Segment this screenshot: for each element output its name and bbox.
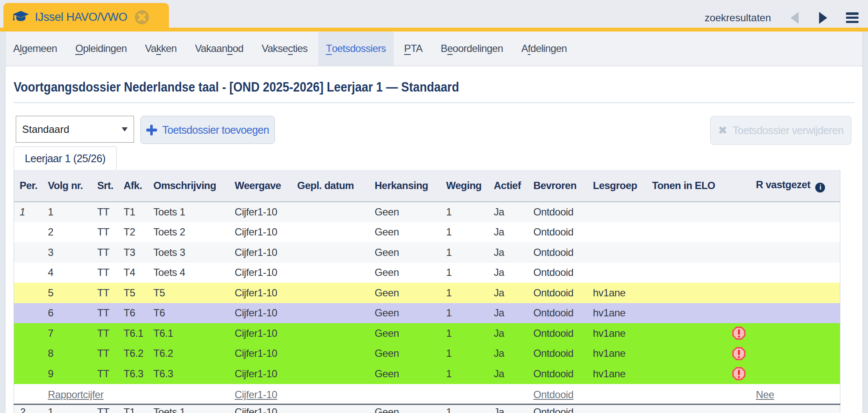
cell-weging	[441, 384, 488, 404]
table-row[interactable]: 4TTT4Toets 4Cijfer1-10Geen1JaOntdooid	[14, 263, 840, 283]
table-row[interactable]: 8TTT6.2T6.2Cijfer1-10Geen1JaOntdooidhv1a…	[14, 344, 840, 364]
table-row[interactable]: 11TTT1Toets 1Cijfer1-10Geen1JaOntdooid	[14, 202, 840, 222]
cell-volg: 4	[43, 263, 92, 283]
previous-result-icon[interactable]	[791, 12, 799, 24]
cell-lesgroep	[588, 404, 647, 413]
warning-icon[interactable]	[732, 327, 745, 340]
cell-afk: T2	[118, 222, 148, 243]
dossier-select-value: Standaard	[22, 123, 69, 135]
cell-elo	[647, 222, 727, 243]
cell-bevroren: Ontdooid	[528, 323, 588, 344]
nav-item-algemeen[interactable]: Algemeen	[6, 32, 65, 66]
cell-gepl	[292, 344, 369, 364]
cell-weergave: Cijfer1-10	[229, 303, 292, 324]
cell-afk: T6.2	[118, 344, 148, 364]
main-content: Voortgangsdossier Nederlandse taal - [ON…	[6, 79, 862, 413]
nav-item-beoordelingen[interactable]: Beoordelingen	[433, 32, 511, 66]
cell-weging: 1	[441, 242, 488, 263]
dossier-select[interactable]: Standaard	[16, 116, 134, 143]
table-row[interactable]: 7TTT6.1T6.1Cijfer1-10Geen1JaOntdooidhv1a…	[14, 323, 840, 344]
table-row-rapportcijfer[interactable]: RapportcijferCijfer1-10OntdooidNee	[14, 384, 840, 404]
controls-row: Standaard Toetsdossier toevoegen ✖ Toets…	[14, 116, 854, 144]
school-tab[interactable]: IJssel HAVO/VWO	[3, 3, 169, 32]
cell-lesgroep: hv1ane	[588, 283, 647, 303]
cell-warn	[727, 364, 751, 384]
cell-weging: 1	[441, 344, 488, 364]
next-result-icon[interactable]	[819, 12, 827, 24]
info-icon[interactable]: i	[815, 183, 825, 192]
cell-elo	[647, 303, 727, 324]
cell-rapport: Rapportcijfer	[43, 384, 229, 404]
cell-actief: Ja	[488, 202, 528, 222]
nav-item-vaksecties[interactable]: Vaksecties	[254, 32, 315, 66]
cell-warn	[727, 202, 751, 222]
cell-warn	[727, 404, 751, 413]
cell-srt: TT	[92, 404, 118, 413]
cell-oms: T5	[148, 283, 229, 303]
nav-item-afdelingen[interactable]: Afdelingen	[514, 32, 574, 66]
nav-item-vakaanbod[interactable]: Vakaanbod	[187, 32, 251, 66]
cell-oms: Toets 1	[148, 202, 229, 222]
table-row[interactable]: 3TTT3Toets 3Cijfer1-10Geen1JaOntdooid	[14, 242, 840, 263]
column-header-rvast: R vastgezeti	[751, 170, 840, 202]
table-header-row: Per.Volg nr.Srt.Afk.OmschrijvingWeergave…	[14, 170, 840, 202]
cell-weergave: Cijfer1-10	[229, 384, 292, 404]
weergave-link[interactable]: Cijfer1-10	[235, 389, 277, 400]
cell-lesgroep	[588, 222, 647, 243]
cell-actief: Ja	[488, 323, 528, 344]
cell-per	[14, 263, 43, 283]
table-row[interactable]: 9TTT6.3T6.3Cijfer1-10Geen1JaOntdooidhv1a…	[14, 364, 840, 384]
cell-herkansing: Geen	[369, 263, 441, 283]
cell-rvast: Nee	[751, 384, 840, 404]
year-tab[interactable]: Leerjaar 1 (25/26)	[14, 146, 117, 170]
cell-lesgroep	[588, 263, 647, 283]
cell-srt: TT	[92, 242, 118, 263]
cell-volg: 9	[43, 364, 92, 384]
table-row-next-period[interactable]: 21TTT1Toets 1Cijfer1-10Geen1JaOntdooid	[14, 404, 840, 413]
cell-lesgroep	[588, 202, 647, 222]
cell-actief: Ja	[488, 263, 528, 283]
cell-srt: TT	[92, 222, 118, 243]
cell-per	[14, 222, 43, 243]
delete-toetsdossier-label: Toetsdossier verwijderen	[733, 124, 844, 137]
rapportcijfer-link[interactable]: Rapportcijfer	[48, 389, 104, 400]
toetsdossier-table: Per.Volg nr.Srt.Afk.OmschrijvingWeergave…	[14, 170, 840, 413]
cell-elo	[647, 384, 727, 404]
nav-item-toetsdossiers[interactable]: Toetsdossiers	[318, 32, 394, 66]
cell-volg: 2	[43, 222, 92, 243]
table-row[interactable]: 6TTT6T6Cijfer1-10Geen1JaOntdooidhv1ane	[14, 303, 840, 324]
cell-weergave: Cijfer1-10	[229, 222, 292, 243]
cell-rvast	[751, 404, 840, 413]
warning-icon[interactable]	[732, 347, 745, 360]
cell-afk: T4	[118, 263, 148, 283]
cell-weging: 1	[441, 263, 488, 283]
bevroren-link[interactable]: Ontdooid	[534, 389, 574, 400]
nav-item-opleidingen[interactable]: Opleidingen	[68, 32, 134, 66]
warning-icon[interactable]	[732, 367, 745, 380]
cell-srt: TT	[92, 263, 118, 283]
select-caret-icon	[122, 127, 128, 132]
cell-per: 1	[14, 202, 43, 222]
delete-toetsdossier-button[interactable]: ✖ Toetsdossier verwijderen	[710, 116, 851, 145]
cell-elo	[647, 283, 727, 303]
cell-actief	[488, 384, 528, 404]
cell-herkansing: Geen	[369, 323, 441, 344]
nav-item-vakken[interactable]: Vakken	[137, 32, 184, 66]
cell-weging: 1	[441, 202, 488, 222]
cell-weergave: Cijfer1-10	[229, 323, 292, 344]
rvast-link[interactable]: Nee	[756, 389, 774, 400]
tab-close-button[interactable]	[135, 10, 149, 24]
cell-herkansing: Geen	[369, 222, 441, 243]
cell-srt: TT	[92, 202, 118, 222]
nav-item-pta[interactable]: PTA	[397, 32, 430, 66]
cell-lesgroep: hv1ane	[588, 344, 647, 364]
column-header-per: Per.	[14, 170, 43, 202]
table-row[interactable]: 2TTT2Toets 2Cijfer1-10Geen1JaOntdooid	[14, 222, 840, 243]
menu-icon[interactable]	[846, 12, 859, 23]
table-row[interactable]: 5TTT5T5Cijfer1-10Geen1JaOntdooidhv1ane	[14, 283, 840, 303]
cell-afk: T1	[118, 202, 148, 222]
cell-gepl	[292, 283, 369, 303]
cell-per: 2	[14, 404, 43, 413]
add-toetsdossier-button[interactable]: Toetsdossier toevoegen	[140, 116, 275, 144]
cell-gepl	[292, 263, 369, 283]
